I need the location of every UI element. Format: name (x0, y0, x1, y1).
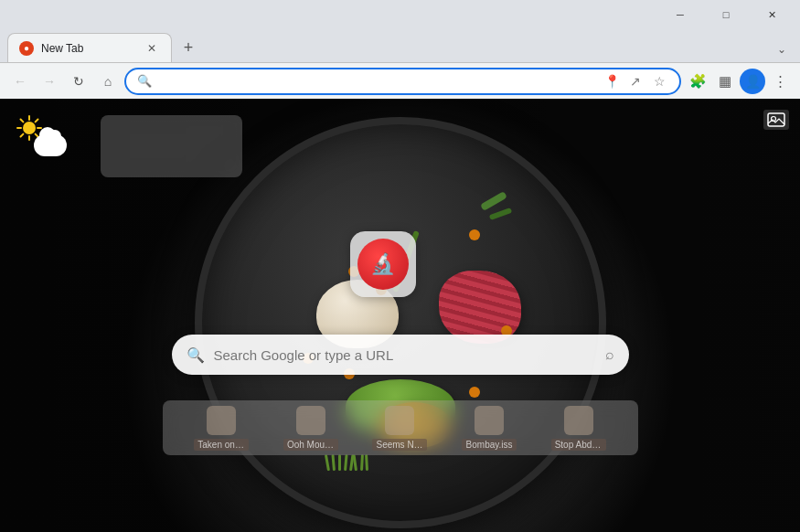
quick-link-icon-1 (207, 406, 236, 435)
toolbar-right: 🧩 ▦ 👤 ⋮ (685, 69, 793, 94)
share-icon[interactable]: ↗ (626, 72, 645, 90)
omnibox-search-icon: 🔍 (137, 74, 152, 88)
search-bar-icon: 🔍 (187, 346, 205, 364)
minimize-button[interactable]: ─ (659, 0, 701, 29)
quick-link-1[interactable]: Taken on me (194, 406, 249, 451)
svg-point-0 (23, 122, 36, 134)
image-credit-button[interactable] (763, 110, 789, 130)
search-bar-container: 🔍 ⌕ (172, 335, 629, 375)
toolbar: ← → ↻ ⌂ 🔍 📍 ↗ ☆ 🧩 ▦ 👤 ⋮ (0, 62, 800, 99)
search-input[interactable] (214, 347, 596, 363)
refresh-button[interactable]: ↻ (66, 69, 91, 94)
quick-link-4[interactable]: Bombay.iss (462, 406, 517, 451)
quick-link-label-1: Taken on me (194, 439, 249, 451)
maximize-button[interactable]: □ (705, 0, 747, 29)
microgreens (327, 454, 368, 471)
close-button[interactable]: ✕ (751, 0, 793, 29)
weather-icon (16, 115, 67, 156)
quick-link-2[interactable]: Ooh Mountain (283, 406, 338, 451)
quick-link-label-2: Ooh Mountain (283, 439, 338, 451)
weather-widget (16, 115, 67, 156)
plate (195, 117, 606, 528)
svg-rect-9 (768, 113, 784, 126)
search-bar: 🔍 ⌕ (172, 335, 629, 375)
sidebar-button[interactable]: ▦ (712, 69, 738, 94)
omnibox[interactable]: 🔍 📍 ↗ ☆ (124, 68, 681, 95)
cloud-icon (34, 134, 67, 156)
tab-search-icon[interactable]: ⌄ (771, 38, 793, 60)
tab-title: New Tab (41, 42, 136, 55)
herb-1 (480, 191, 507, 211)
browser-chrome: ─ □ ✕ ● New Tab ✕ + ⌄ ← → ↻ ⌂ 🔍 (0, 0, 800, 99)
quick-links-row: Taken on me Ooh Mountain Seems Not Em...… (163, 400, 638, 455)
quick-link-label-3: Seems Not Em... (372, 439, 427, 451)
shortcut-placeholder (101, 115, 242, 177)
berry-3 (469, 229, 480, 240)
quick-link-icon-3 (385, 406, 414, 435)
forward-button[interactable]: → (37, 69, 62, 94)
tab-close-button[interactable]: ✕ (144, 40, 160, 57)
omnibox-icons: 📍 ↗ ☆ (603, 72, 668, 90)
svg-line-5 (21, 120, 24, 122)
quick-link-label-4: Bombay.iss (462, 439, 517, 451)
menu-button[interactable]: ⋮ (767, 69, 793, 94)
profile-button[interactable]: 👤 (740, 69, 765, 94)
svg-line-8 (21, 134, 24, 137)
berry-6 (469, 387, 480, 398)
new-tab-button[interactable]: + (176, 35, 201, 60)
back-button[interactable]: ← (7, 69, 33, 94)
omnibox-input[interactable] (159, 74, 595, 89)
app-icon-inner (357, 239, 409, 290)
home-button[interactable]: ⌂ (95, 69, 121, 94)
search-submit-icon[interactable]: ⌕ (605, 346, 614, 363)
herb-2 (488, 207, 512, 220)
tab-favicon: ● (19, 41, 34, 56)
window-controls: ─ □ ✕ (659, 0, 793, 29)
location-icon[interactable]: 📍 (603, 72, 621, 90)
quick-link-5[interactable]: Stop Abdicti... (551, 406, 606, 451)
active-tab[interactable]: ● New Tab ✕ (7, 33, 172, 62)
svg-line-7 (36, 120, 38, 122)
title-bar: ─ □ ✕ (0, 0, 800, 29)
quick-link-3[interactable]: Seems Not Em... (372, 406, 427, 451)
bookmark-icon[interactable]: ☆ (650, 72, 668, 90)
tab-bar-right: ⌄ (771, 38, 793, 60)
quick-link-label-5: Stop Abdicti... (551, 439, 606, 451)
quick-link-icon-2 (296, 406, 325, 435)
extensions-button[interactable]: 🧩 (685, 69, 710, 94)
tab-bar: ● New Tab ✕ + ⌄ (0, 29, 800, 62)
quick-link-icon-5 (564, 406, 593, 435)
app-icon[interactable] (350, 231, 416, 297)
quick-link-icon-4 (475, 406, 504, 435)
plate-container (181, 108, 620, 528)
new-tab-page: 🔍 ⌕ Taken on me Ooh Mountain Seems Not E… (0, 99, 800, 532)
